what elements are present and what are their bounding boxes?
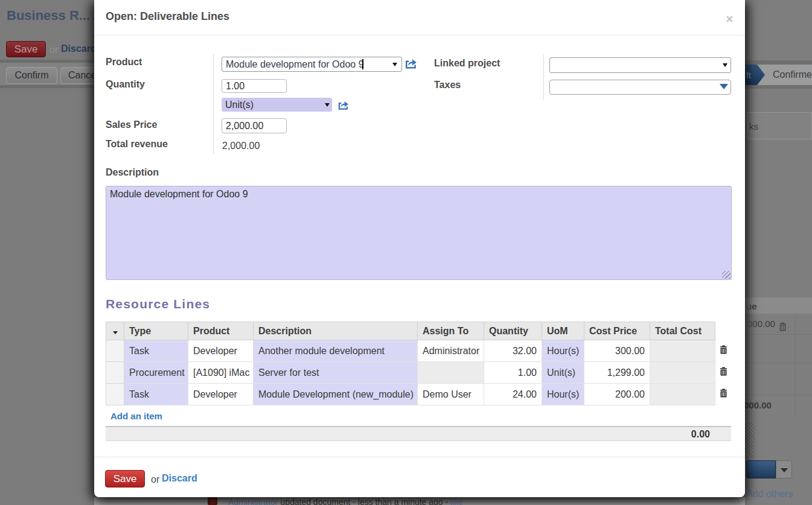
svg-text:ft: ft bbox=[746, 71, 751, 80]
